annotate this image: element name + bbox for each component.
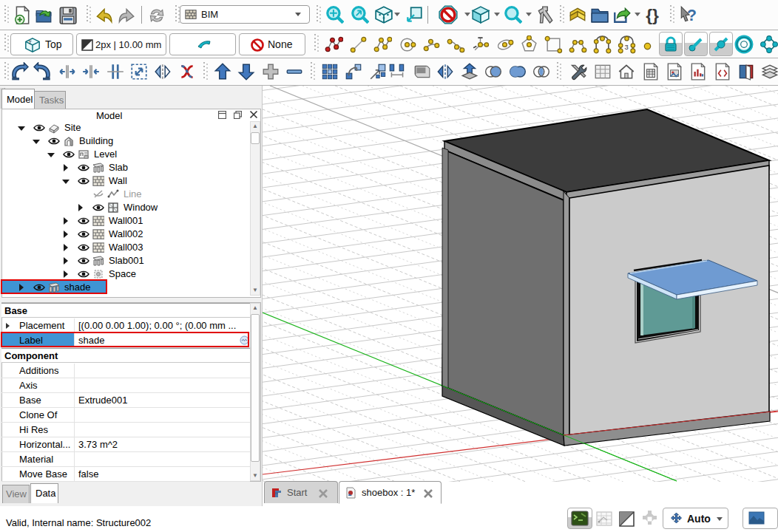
svg-text:T: T bbox=[29, 39, 33, 46]
svg-text:{}: {} bbox=[646, 5, 659, 24]
svg-text:3: 3 bbox=[624, 44, 628, 51]
